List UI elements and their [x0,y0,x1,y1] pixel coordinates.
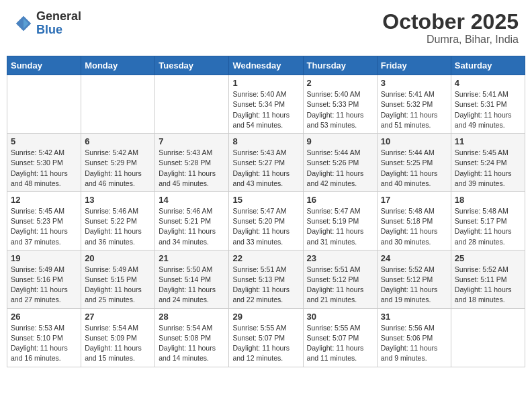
day-header-thursday: Thursday [303,56,377,75]
calendar-cell [451,308,525,367]
day-info: Sunrise: 5:49 AMSunset: 5:15 PMDaylight:… [85,265,151,306]
calendar-table: SundayMondayTuesdayWednesdayThursdayFrid… [7,56,525,367]
day-number: 9 [307,136,373,146]
day-number: 5 [11,136,77,146]
day-info: Sunrise: 5:51 AMSunset: 5:12 PMDaylight:… [307,265,373,306]
day-number: 1 [232,78,299,88]
calendar-cell: 1Sunrise: 5:40 AMSunset: 5:34 PMDaylight… [229,75,303,134]
day-info: Sunrise: 5:55 AMSunset: 5:07 PMDaylight:… [232,323,299,364]
day-info: Sunrise: 5:52 AMSunset: 5:11 PMDaylight:… [455,265,521,306]
logo-icon [13,13,34,34]
day-number: 16 [307,195,373,205]
calendar-cell: 16Sunrise: 5:47 AMSunset: 5:19 PMDayligh… [303,191,377,250]
month-info: October 2025 Dumra, Bihar, India [382,10,519,46]
day-info: Sunrise: 5:44 AMSunset: 5:25 PMDaylight:… [381,148,447,189]
calendar-cell: 7Sunrise: 5:43 AMSunset: 5:28 PMDaylight… [155,134,229,192]
week-row-3: 12Sunrise: 5:45 AMSunset: 5:23 PMDayligh… [7,191,525,250]
day-number: 21 [159,253,225,263]
day-header-friday: Friday [377,56,451,75]
day-info: Sunrise: 5:48 AMSunset: 5:18 PMDaylight:… [381,206,447,247]
day-number: 25 [455,253,521,263]
day-number: 4 [455,78,521,88]
month-title: October 2025 [382,10,519,34]
day-number: 2 [307,78,373,88]
day-number: 28 [159,312,225,322]
logo-text: General Blue [36,10,81,37]
day-number: 29 [232,312,299,322]
day-info: Sunrise: 5:44 AMSunset: 5:26 PMDaylight:… [307,148,373,189]
day-info: Sunrise: 5:51 AMSunset: 5:13 PMDaylight:… [232,265,299,306]
calendar-cell: 31Sunrise: 5:56 AMSunset: 5:06 PMDayligh… [377,308,451,367]
calendar-cell: 22Sunrise: 5:51 AMSunset: 5:13 PMDayligh… [229,250,303,308]
day-info: Sunrise: 5:48 AMSunset: 5:17 PMDaylight:… [455,206,521,247]
day-number: 30 [307,312,373,322]
day-info: Sunrise: 5:43 AMSunset: 5:27 PMDaylight:… [232,148,299,189]
day-number: 6 [85,136,151,146]
calendar-cell: 15Sunrise: 5:47 AMSunset: 5:20 PMDayligh… [229,191,303,250]
calendar-cell: 6Sunrise: 5:42 AMSunset: 5:29 PMDaylight… [81,134,155,192]
calendar-cell: 2Sunrise: 5:40 AMSunset: 5:33 PMDaylight… [303,75,377,134]
day-info: Sunrise: 5:49 AMSunset: 5:16 PMDaylight:… [11,265,77,306]
day-info: Sunrise: 5:47 AMSunset: 5:20 PMDaylight:… [232,206,299,247]
day-info: Sunrise: 5:52 AMSunset: 5:12 PMDaylight:… [381,265,447,306]
day-info: Sunrise: 5:42 AMSunset: 5:29 PMDaylight:… [85,148,151,189]
day-number: 15 [232,195,299,205]
day-number: 8 [232,136,299,146]
day-number: 19 [11,253,77,263]
day-info: Sunrise: 5:46 AMSunset: 5:21 PMDaylight:… [159,206,225,247]
day-info: Sunrise: 5:55 AMSunset: 5:07 PMDaylight:… [307,323,373,364]
calendar-cell: 12Sunrise: 5:45 AMSunset: 5:23 PMDayligh… [7,191,81,250]
day-info: Sunrise: 5:45 AMSunset: 5:23 PMDaylight:… [11,206,77,247]
day-number: 10 [381,136,447,146]
day-number: 23 [307,253,373,263]
day-info: Sunrise: 5:41 AMSunset: 5:32 PMDaylight:… [381,89,447,130]
calendar-cell: 24Sunrise: 5:52 AMSunset: 5:12 PMDayligh… [377,250,451,308]
day-info: Sunrise: 5:47 AMSunset: 5:19 PMDaylight:… [307,206,373,247]
day-info: Sunrise: 5:46 AMSunset: 5:22 PMDaylight:… [85,206,151,247]
calendar-cell: 13Sunrise: 5:46 AMSunset: 5:22 PMDayligh… [81,191,155,250]
calendar-cell: 26Sunrise: 5:53 AMSunset: 5:10 PMDayligh… [7,308,81,367]
day-number: 31 [381,312,447,322]
calendar-cell: 8Sunrise: 5:43 AMSunset: 5:27 PMDaylight… [229,134,303,192]
week-row-5: 26Sunrise: 5:53 AMSunset: 5:10 PMDayligh… [7,308,525,367]
day-number: 18 [455,195,521,205]
day-header-wednesday: Wednesday [229,56,303,75]
day-info: Sunrise: 5:40 AMSunset: 5:34 PMDaylight:… [232,89,299,130]
day-info: Sunrise: 5:41 AMSunset: 5:31 PMDaylight:… [455,89,521,130]
calendar-cell: 19Sunrise: 5:49 AMSunset: 5:16 PMDayligh… [7,250,81,308]
day-header-saturday: Saturday [451,56,525,75]
day-info: Sunrise: 5:42 AMSunset: 5:30 PMDaylight:… [11,148,77,189]
day-info: Sunrise: 5:56 AMSunset: 5:06 PMDaylight:… [381,323,447,364]
day-info: Sunrise: 5:53 AMSunset: 5:10 PMDaylight:… [11,323,77,364]
week-row-1: 1Sunrise: 5:40 AMSunset: 5:34 PMDaylight… [7,75,525,134]
calendar-cell: 28Sunrise: 5:54 AMSunset: 5:08 PMDayligh… [155,308,229,367]
day-number: 17 [381,195,447,205]
day-number: 27 [85,312,151,322]
calendar-cell: 11Sunrise: 5:45 AMSunset: 5:24 PMDayligh… [451,134,525,192]
calendar-cell: 25Sunrise: 5:52 AMSunset: 5:11 PMDayligh… [451,250,525,308]
day-info: Sunrise: 5:40 AMSunset: 5:33 PMDaylight:… [307,89,373,130]
day-number: 22 [232,253,299,263]
calendar-cell: 4Sunrise: 5:41 AMSunset: 5:31 PMDaylight… [451,75,525,134]
week-row-2: 5Sunrise: 5:42 AMSunset: 5:30 PMDaylight… [7,134,525,192]
calendar-cell [155,75,229,134]
day-number: 24 [381,253,447,263]
day-info: Sunrise: 5:54 AMSunset: 5:09 PMDaylight:… [85,323,151,364]
week-row-4: 19Sunrise: 5:49 AMSunset: 5:16 PMDayligh… [7,250,525,308]
calendar-cell: 27Sunrise: 5:54 AMSunset: 5:09 PMDayligh… [81,308,155,367]
day-header-monday: Monday [81,56,155,75]
day-number: 11 [455,136,521,146]
day-info: Sunrise: 5:50 AMSunset: 5:14 PMDaylight:… [159,265,225,306]
calendar-cell: 14Sunrise: 5:46 AMSunset: 5:21 PMDayligh… [155,191,229,250]
calendar-cell [7,75,81,134]
calendar-cell: 5Sunrise: 5:42 AMSunset: 5:30 PMDaylight… [7,134,81,192]
calendar-cell [81,75,155,134]
calendar-cell: 10Sunrise: 5:44 AMSunset: 5:25 PMDayligh… [377,134,451,192]
calendar-cell: 18Sunrise: 5:48 AMSunset: 5:17 PMDayligh… [451,191,525,250]
calendar-cell: 21Sunrise: 5:50 AMSunset: 5:14 PMDayligh… [155,250,229,308]
calendar-header-row: SundayMondayTuesdayWednesdayThursdayFrid… [7,56,525,75]
day-header-tuesday: Tuesday [155,56,229,75]
day-number: 13 [85,195,151,205]
day-number: 12 [11,195,77,205]
day-number: 3 [381,78,447,88]
